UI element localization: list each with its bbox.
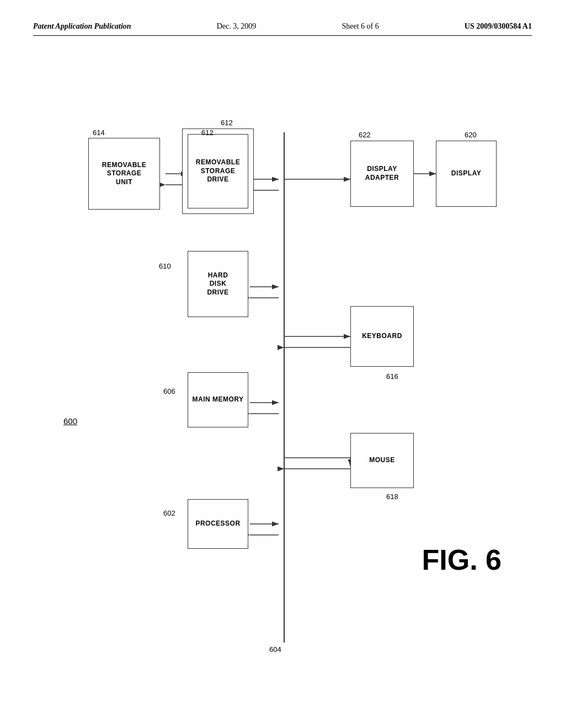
label-display-adapter: DISPLAYADAPTER (365, 165, 399, 182)
box-removable-storage-unit: REMOVABLESTORAGEUNIT (88, 138, 160, 210)
ref-606: 606 (163, 387, 175, 395)
ref-620: 620 (465, 131, 477, 139)
box-keyboard: KEYBOARD (350, 306, 414, 367)
page: Patent Application Publication Dec. 3, 2… (0, 0, 565, 728)
ref-618: 618 (386, 493, 398, 501)
label-display: DISPLAY (451, 169, 481, 178)
ref-610: 610 (159, 262, 171, 270)
label-mouse: MOUSE (369, 456, 395, 465)
box-display: DISPLAY (436, 141, 497, 207)
page-header: Patent Application Publication Dec. 3, 2… (33, 22, 532, 36)
box-main-memory: MAIN MEMORY (188, 372, 248, 427)
ref-608: 612 (221, 119, 233, 127)
header-patent: US 2009/0300584 A1 (465, 22, 532, 31)
header-date: Dec. 3, 2009 (217, 22, 257, 31)
header-sheet: Sheet 6 of 6 (342, 22, 379, 31)
ref-612: 612 (201, 129, 214, 137)
box-removable-storage-drive: REMOVABLESTORAGEDRIVE (188, 134, 248, 208)
figure-label: FIG. 6 (422, 543, 502, 576)
ref-616: 616 (386, 372, 398, 381)
label-removable-storage-drive: REMOVABLESTORAGEDRIVE (196, 158, 240, 184)
box-processor: PROCESSOR (188, 499, 248, 549)
label-hard-disk-drive: HARDDISKDRIVE (207, 271, 228, 297)
header-publication: Patent Application Publication (33, 22, 131, 31)
label-processor: PROCESSOR (195, 520, 240, 528)
ref-614: 614 (93, 129, 105, 137)
ref-602: 602 (163, 509, 175, 517)
label-removable-storage-unit: REMOVABLESTORAGEUNIT (102, 161, 146, 187)
label-keyboard: KEYBOARD (362, 332, 402, 341)
box-mouse: MOUSE (350, 433, 414, 488)
diagram: REMOVABLESTORAGEUNIT 614 REMOVABLESTORAG… (33, 47, 532, 687)
box-display-adapter: DISPLAYADAPTER (350, 141, 414, 207)
box-hard-disk-drive: HARDDISKDRIVE (188, 251, 248, 317)
ref-622: 622 (359, 131, 371, 139)
ref-604: 604 (269, 645, 281, 654)
label-main-memory: MAIN MEMORY (192, 395, 243, 404)
diagram-number: 600 (63, 416, 77, 426)
